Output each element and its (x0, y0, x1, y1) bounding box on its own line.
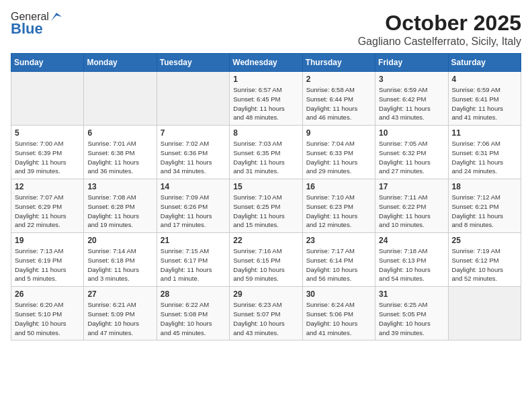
day-number: 1 (233, 75, 298, 84)
day-info: Sunrise: 7:03 AMSunset: 6:35 PMDaylight:… (233, 139, 298, 176)
calendar-cell: 13Sunrise: 7:08 AMSunset: 6:28 PMDayligh… (84, 179, 157, 233)
weekday-header-sunday: Sunday (11, 54, 84, 72)
calendar-cell: 24Sunrise: 7:18 AMSunset: 6:13 PMDayligh… (375, 233, 448, 287)
weekday-header-row: SundayMondayTuesdayWednesdayThursdayFrid… (11, 54, 521, 72)
day-info: Sunrise: 7:16 AMSunset: 6:15 PMDaylight:… (233, 246, 298, 283)
day-info: Sunrise: 7:02 AMSunset: 6:36 PMDaylight:… (161, 139, 226, 176)
calendar-table: SundayMondayTuesdayWednesdayThursdayFrid… (11, 53, 521, 340)
day-info: Sunrise: 6:59 AMSunset: 6:42 PMDaylight:… (379, 85, 444, 122)
month-title: October 2025 (358, 11, 521, 36)
calendar-week-row: 5Sunrise: 7:00 AMSunset: 6:39 PMDaylight… (11, 126, 521, 179)
calendar-cell: 28Sunrise: 6:22 AMSunset: 5:08 PMDayligh… (157, 287, 229, 340)
calendar-cell: 7Sunrise: 7:02 AMSunset: 6:36 PMDaylight… (157, 126, 229, 179)
day-info: Sunrise: 6:23 AMSunset: 5:07 PMDaylight:… (233, 300, 298, 337)
day-number: 7 (161, 128, 226, 138)
day-info: Sunrise: 6:22 AMSunset: 5:08 PMDaylight:… (161, 300, 226, 337)
calendar-cell: 22Sunrise: 7:16 AMSunset: 6:15 PMDayligh… (230, 233, 302, 287)
calendar-cell (11, 72, 84, 126)
weekday-header-tuesday: Tuesday (157, 54, 229, 72)
day-info: Sunrise: 7:19 AMSunset: 6:12 PMDaylight:… (452, 246, 517, 283)
calendar-cell: 10Sunrise: 7:05 AMSunset: 6:32 PMDayligh… (375, 126, 448, 179)
day-number: 13 (87, 182, 152, 191)
day-info: Sunrise: 7:14 AMSunset: 6:18 PMDaylight:… (87, 246, 152, 283)
calendar-cell: 25Sunrise: 7:19 AMSunset: 6:12 PMDayligh… (448, 233, 521, 287)
day-info: Sunrise: 7:08 AMSunset: 6:28 PMDaylight:… (87, 193, 152, 230)
day-number: 17 (379, 182, 444, 191)
logo-blue-text: Blue (11, 20, 43, 38)
calendar-cell: 12Sunrise: 7:07 AMSunset: 6:29 PMDayligh… (11, 179, 84, 233)
calendar-cell: 27Sunrise: 6:21 AMSunset: 5:09 PMDayligh… (84, 287, 157, 340)
day-number: 29 (233, 289, 298, 299)
calendar-cell: 18Sunrise: 7:12 AMSunset: 6:21 PMDayligh… (448, 179, 521, 233)
day-number: 24 (379, 236, 444, 245)
calendar-cell: 11Sunrise: 7:06 AMSunset: 6:31 PMDayligh… (448, 126, 521, 179)
day-number: 19 (15, 236, 80, 245)
day-number: 22 (233, 236, 298, 245)
day-number: 4 (452, 75, 517, 84)
day-number: 5 (15, 128, 80, 138)
day-number: 31 (379, 289, 444, 299)
title-block: October 2025 Gagliano Castelferrato, Sic… (358, 11, 521, 48)
day-info: Sunrise: 7:12 AMSunset: 6:21 PMDaylight:… (452, 193, 517, 230)
day-number: 20 (87, 236, 152, 245)
weekday-header-thursday: Thursday (302, 54, 375, 72)
day-info: Sunrise: 7:05 AMSunset: 6:32 PMDaylight:… (379, 139, 444, 176)
calendar-cell: 9Sunrise: 7:04 AMSunset: 6:33 PMDaylight… (302, 126, 375, 179)
day-info: Sunrise: 7:13 AMSunset: 6:19 PMDaylight:… (15, 246, 80, 283)
calendar-cell: 6Sunrise: 7:01 AMSunset: 6:38 PMDaylight… (84, 126, 157, 179)
weekday-header-saturday: Saturday (448, 54, 521, 72)
weekday-header-friday: Friday (375, 54, 448, 72)
day-number: 15 (233, 182, 298, 191)
day-info: Sunrise: 7:06 AMSunset: 6:31 PMDaylight:… (452, 139, 517, 176)
day-number: 10 (379, 128, 444, 138)
day-number: 18 (452, 182, 517, 191)
day-info: Sunrise: 7:17 AMSunset: 6:14 PMDaylight:… (306, 246, 371, 283)
day-info: Sunrise: 7:04 AMSunset: 6:33 PMDaylight:… (306, 139, 371, 176)
day-info: Sunrise: 6:59 AMSunset: 6:41 PMDaylight:… (452, 85, 517, 122)
calendar-cell: 17Sunrise: 7:11 AMSunset: 6:22 PMDayligh… (375, 179, 448, 233)
day-info: Sunrise: 6:24 AMSunset: 5:06 PMDaylight:… (306, 300, 371, 337)
logo: General Blue (11, 11, 63, 38)
calendar-cell: 31Sunrise: 6:25 AMSunset: 5:05 PMDayligh… (375, 287, 448, 340)
calendar-cell: 26Sunrise: 6:20 AMSunset: 5:10 PMDayligh… (11, 287, 84, 340)
day-info: Sunrise: 7:01 AMSunset: 6:38 PMDaylight:… (87, 139, 152, 176)
calendar-cell: 20Sunrise: 7:14 AMSunset: 6:18 PMDayligh… (84, 233, 157, 287)
day-number: 9 (306, 128, 371, 138)
day-number: 16 (306, 182, 371, 191)
calendar-cell: 16Sunrise: 7:10 AMSunset: 6:23 PMDayligh… (302, 179, 375, 233)
day-number: 27 (87, 289, 152, 299)
calendar-cell: 21Sunrise: 7:15 AMSunset: 6:17 PMDayligh… (157, 233, 229, 287)
day-info: Sunrise: 6:25 AMSunset: 5:05 PMDaylight:… (379, 300, 444, 337)
svg-marker-0 (51, 13, 62, 21)
day-info: Sunrise: 6:57 AMSunset: 6:45 PMDaylight:… (233, 85, 298, 122)
day-number: 21 (161, 236, 226, 245)
calendar-week-row: 1Sunrise: 6:57 AMSunset: 6:45 PMDaylight… (11, 72, 521, 126)
day-info: Sunrise: 7:09 AMSunset: 6:26 PMDaylight:… (161, 193, 226, 230)
day-number: 11 (452, 128, 517, 138)
day-number: 23 (306, 236, 371, 245)
day-number: 3 (379, 75, 444, 84)
weekday-header-wednesday: Wednesday (230, 54, 302, 72)
day-info: Sunrise: 7:15 AMSunset: 6:17 PMDaylight:… (161, 246, 226, 283)
calendar-cell: 29Sunrise: 6:23 AMSunset: 5:07 PMDayligh… (230, 287, 302, 340)
day-info: Sunrise: 6:21 AMSunset: 5:09 PMDaylight:… (87, 300, 152, 337)
calendar-cell (84, 72, 157, 126)
calendar-cell: 15Sunrise: 7:10 AMSunset: 6:25 PMDayligh… (230, 179, 302, 233)
calendar-cell: 1Sunrise: 6:57 AMSunset: 6:45 PMDaylight… (230, 72, 302, 126)
calendar-cell: 14Sunrise: 7:09 AMSunset: 6:26 PMDayligh… (157, 179, 229, 233)
calendar-cell: 4Sunrise: 6:59 AMSunset: 6:41 PMDaylight… (448, 72, 521, 126)
day-info: Sunrise: 7:10 AMSunset: 6:25 PMDaylight:… (233, 193, 298, 230)
day-number: 8 (233, 128, 298, 138)
calendar-cell: 23Sunrise: 7:17 AMSunset: 6:14 PMDayligh… (302, 233, 375, 287)
day-number: 6 (87, 128, 152, 138)
calendar-week-row: 26Sunrise: 6:20 AMSunset: 5:10 PMDayligh… (11, 287, 521, 340)
calendar-week-row: 19Sunrise: 7:13 AMSunset: 6:19 PMDayligh… (11, 233, 521, 287)
logo-bird-icon (50, 11, 63, 22)
page-header: General Blue October 2025 Gagliano Caste… (11, 11, 521, 48)
calendar-cell: 19Sunrise: 7:13 AMSunset: 6:19 PMDayligh… (11, 233, 84, 287)
calendar-week-row: 12Sunrise: 7:07 AMSunset: 6:29 PMDayligh… (11, 179, 521, 233)
calendar-cell: 2Sunrise: 6:58 AMSunset: 6:44 PMDaylight… (302, 72, 375, 126)
calendar-cell: 30Sunrise: 6:24 AMSunset: 5:06 PMDayligh… (302, 287, 375, 340)
calendar-cell: 8Sunrise: 7:03 AMSunset: 6:35 PMDaylight… (230, 126, 302, 179)
day-number: 14 (161, 182, 226, 191)
